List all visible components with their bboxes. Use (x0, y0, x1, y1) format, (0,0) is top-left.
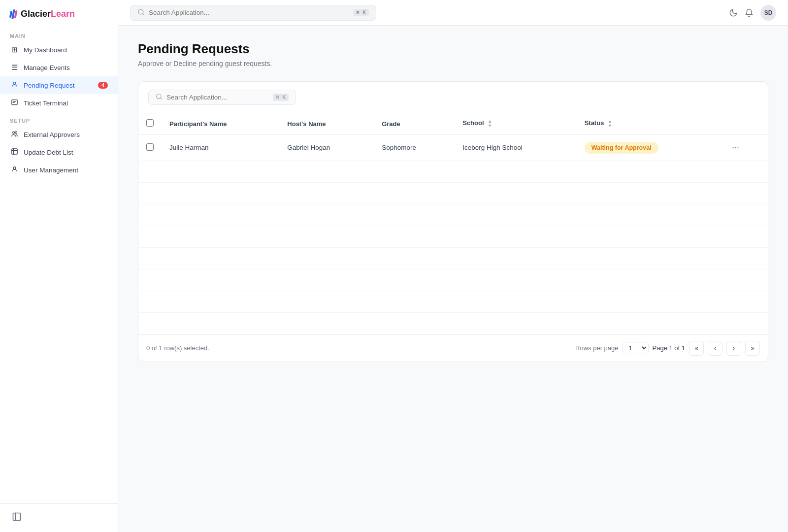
selected-rows-text: 0 of 1 row(s) selected. (146, 344, 209, 352)
dark-mode-button[interactable] (729, 8, 738, 17)
table-row (138, 226, 768, 248)
sidebar-item-update-debt-list[interactable]: Update Debt List (0, 143, 118, 161)
cell-action: ··· (721, 134, 768, 161)
select-all-checkbox[interactable] (146, 119, 154, 127)
col-host-name: Host's Name (279, 113, 374, 134)
sidebar-item-label: Manage Events (24, 64, 70, 71)
collapse-sidebar-button[interactable] (10, 510, 24, 526)
page-title: Pending Requests (138, 41, 768, 57)
svg-rect-6 (11, 149, 17, 154)
sort-down-icon[interactable]: ▼ (608, 124, 612, 128)
table-search-bar: ⌘ K (138, 82, 768, 113)
sidebar-item-user-management[interactable]: User Management (0, 161, 118, 179)
col-label-status: Status (585, 119, 604, 127)
sidebar: GlacierLearn Main ⊞ My Dashboard ☰ Manag… (0, 0, 118, 532)
sidebar-item-label: External Approvers (24, 131, 80, 138)
table-row (138, 269, 768, 291)
col-label-school: School (462, 119, 484, 127)
col-label-participant: Participant's Name (169, 120, 227, 128)
search-icon (137, 8, 145, 17)
svg-point-0 (13, 82, 16, 85)
sidebar-item-manage-events[interactable]: ☰ Manage Events (0, 59, 118, 76)
col-label-grade: Grade (382, 120, 400, 128)
table-row (138, 291, 768, 313)
row-checkbox[interactable] (146, 143, 154, 151)
topbar-search-box[interactable]: ⌘ K (130, 5, 376, 21)
page-subtitle: Approve or Decline pending guest request… (138, 60, 768, 67)
logo-area: GlacierLearn (0, 0, 118, 27)
cell-school: Iceberg High School (455, 134, 576, 161)
user-avatar[interactable]: SD (760, 5, 776, 21)
debt-list-icon (10, 148, 19, 157)
rows-per-page-select[interactable]: 1 10 25 (623, 342, 649, 354)
row-action-menu-button[interactable]: ··· (729, 141, 742, 154)
col-actions (721, 113, 768, 134)
col-status[interactable]: Status ▲ ▼ (577, 113, 721, 134)
requests-table: Participant's Name Host's Name Grade Sch… (138, 113, 768, 334)
page-content-area: Pending Requests Approve or Decline pend… (118, 26, 788, 532)
sidebar-item-external-approvers[interactable]: External Approvers (0, 126, 118, 143)
user-management-icon (10, 166, 19, 174)
col-grade: Grade (374, 113, 455, 134)
rows-per-page-control: Rows per page 1 10 25 (575, 342, 648, 354)
first-page-button[interactable]: « (689, 341, 704, 356)
table-row (138, 313, 768, 334)
rows-per-page-label: Rows per page (575, 344, 618, 352)
svg-point-5 (15, 132, 17, 133)
svg-line-13 (142, 13, 144, 15)
cell-host-name: Gabriel Hogan (279, 134, 374, 161)
search-shortcut: ⌘ K (353, 9, 369, 16)
sidebar-item-ticket-terminal[interactable]: Ticket Terminal (0, 94, 118, 112)
table-row (138, 204, 768, 226)
prev-page-button[interactable]: ‹ (708, 341, 722, 356)
topbar: ⌘ K SD (118, 0, 788, 26)
table-row (138, 183, 768, 204)
notifications-button[interactable] (745, 8, 754, 17)
last-page-button[interactable]: » (745, 341, 760, 356)
sidebar-bottom (0, 503, 118, 532)
svg-line-15 (161, 98, 162, 100)
sidebar-item-my-dashboard[interactable]: ⊞ My Dashboard (0, 41, 118, 59)
table-row (138, 161, 768, 183)
main-content: ⌘ K SD Pending Requests Approve or Decli… (118, 0, 788, 532)
next-page-button[interactable]: › (726, 341, 741, 356)
svg-rect-10 (13, 513, 21, 521)
col-participant-name: Participant's Name (162, 113, 279, 134)
table-row: Julie Harman Gabriel Hogan Sophomore Ice… (138, 134, 768, 161)
table-search-input[interactable] (166, 94, 269, 101)
status-sort-buttons[interactable]: ▲ ▼ (608, 119, 612, 128)
table-search-shortcut: ⌘ K (273, 94, 289, 101)
sidebar-item-label: Ticket Terminal (24, 100, 68, 107)
sort-down-icon[interactable]: ▼ (488, 124, 492, 128)
table-header-row: Participant's Name Host's Name Grade Sch… (138, 113, 768, 134)
sidebar-setup-label: Setup (0, 112, 118, 126)
table-card: ⌘ K Participant's Name Host's Name (138, 81, 768, 362)
sidebar-item-label: Pending Request (24, 82, 75, 89)
pending-badge: 4 (98, 82, 108, 89)
manage-events-icon: ☰ (10, 63, 19, 72)
dashboard-icon: ⊞ (10, 45, 19, 54)
pending-request-icon (10, 81, 19, 90)
external-approvers-icon (10, 130, 19, 139)
logo-icon (10, 9, 17, 19)
logo-text-glacier: Glacier (21, 9, 51, 19)
table-footer: 0 of 1 row(s) selected. Rows per page 1 … (138, 334, 768, 362)
ticket-terminal-icon (10, 99, 19, 107)
row-checkbox-cell (138, 134, 162, 161)
sidebar-item-label: Update Debt List (24, 149, 73, 156)
col-label-host: Host's Name (287, 120, 326, 128)
table-search-icon (156, 93, 163, 101)
col-school[interactable]: School ▲ ▼ (455, 113, 576, 134)
svg-point-4 (12, 132, 14, 133)
sidebar-item-pending-request[interactable]: Pending Request 4 (0, 76, 118, 94)
sidebar-main-label: Main (0, 27, 118, 41)
logo-text-learn: Learn (51, 9, 75, 19)
school-sort-buttons[interactable]: ▲ ▼ (488, 119, 492, 128)
table-search-box[interactable]: ⌘ K (148, 90, 296, 105)
topbar-actions: SD (729, 5, 776, 21)
cell-status: Waiting for Approval (577, 134, 721, 161)
sidebar-item-label: My Dashboard (24, 46, 67, 54)
table-row (138, 248, 768, 269)
topbar-search-input[interactable] (149, 9, 349, 16)
svg-point-9 (13, 167, 16, 169)
